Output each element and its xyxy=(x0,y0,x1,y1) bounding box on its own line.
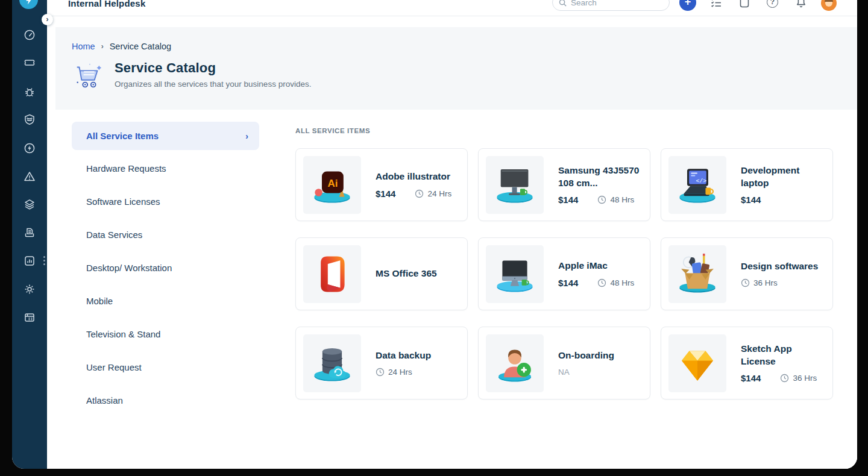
service-card-sketch-app-license[interactable]: Sketch App License $144 36 Hrs xyxy=(661,327,833,399)
analytics-icon[interactable] xyxy=(24,255,36,267)
sidebar-expand-button[interactable]: › xyxy=(42,14,53,25)
item-title: Design softwares xyxy=(741,260,818,272)
clock-icon xyxy=(597,278,606,287)
app-title: Internal Helpdesk xyxy=(68,0,145,8)
tasks-checklist-icon[interactable] xyxy=(710,0,722,8)
service-card-on-boarding[interactable]: On-boarding NA xyxy=(478,327,650,399)
breadcrumb: Home › Service Catalog xyxy=(72,42,171,51)
workspaces-icon[interactable] xyxy=(24,312,36,324)
item-icon-sketch xyxy=(668,334,726,392)
tickets-icon[interactable] xyxy=(24,57,36,69)
service-card-samsung-tv[interactable]: Samsung 43J5570 108 cm... $144 48 Hrs xyxy=(478,148,650,221)
item-title: Sketch App License xyxy=(741,343,825,368)
item-icon-design-box xyxy=(668,245,726,303)
clock-icon xyxy=(415,189,424,198)
category-item-desktop-workstation[interactable]: Desktop/ Workstation xyxy=(72,251,259,284)
item-title: Samsung 43J5570 108 cm... xyxy=(558,164,643,189)
item-icon-development-laptop: </> xyxy=(668,156,726,214)
item-title: On-boarding xyxy=(558,349,614,362)
service-card-design-softwares[interactable]: Design softwares 36 Hrs xyxy=(661,237,833,310)
service-card-data-backup[interactable]: Data backup 24 Hrs xyxy=(295,327,468,399)
problems-bug-icon[interactable] xyxy=(24,86,36,98)
more-options-kebab-icon[interactable] xyxy=(43,256,45,267)
item-icon-data-backup xyxy=(303,334,361,392)
item-price: $144 xyxy=(558,195,578,205)
help-icon[interactable]: ? xyxy=(767,0,779,8)
clock-icon xyxy=(597,195,606,204)
item-title: Data backup xyxy=(376,349,431,362)
item-hours: 48 Hrs xyxy=(610,278,634,287)
service-card-ms-office-365[interactable]: MS Office 365 xyxy=(295,237,468,310)
item-price: $144 xyxy=(741,195,761,205)
category-item-all-service-items[interactable]: All Service Items › xyxy=(72,122,259,150)
freshservice-logo-icon[interactable] xyxy=(19,0,38,9)
item-icon-onboarding xyxy=(486,334,544,392)
item-icon-apple-imac xyxy=(486,245,544,303)
main-area: Internal Helpdesk + ? xyxy=(47,0,857,469)
item-hours: 36 Hrs xyxy=(753,278,778,287)
search-icon xyxy=(559,0,567,7)
category-item-hardware-requests[interactable]: Hardware Requests xyxy=(72,152,259,185)
category-item-software-licenses[interactable]: Software Licenses xyxy=(72,185,259,218)
category-menu: All Service Items › Hardware Requests So… xyxy=(72,122,259,417)
chevron-right-icon: › xyxy=(101,42,104,51)
item-hours: 24 Hrs xyxy=(427,189,451,198)
clock-icon xyxy=(376,368,385,377)
item-title: MS Office 365 xyxy=(376,268,437,280)
page-header-band: Home › Service Catalog Service Catalog xyxy=(55,27,857,110)
service-catalog-cart-icon xyxy=(72,60,105,93)
item-availability: NA xyxy=(558,368,614,377)
item-price: $144 xyxy=(376,189,395,199)
item-icon-adobe-illustrator: Ai xyxy=(303,156,361,214)
category-item-television-stand[interactable]: Television & Stand xyxy=(72,318,259,351)
clock-icon xyxy=(741,278,750,287)
topbar: Internal Helpdesk + ? xyxy=(47,0,857,16)
new-item-plus-button[interactable]: + xyxy=(679,0,696,11)
item-price: $144 xyxy=(558,278,578,288)
item-title: Apple iMac xyxy=(558,260,634,272)
item-icon-ms-office xyxy=(303,245,361,303)
page-title: Service Catalog xyxy=(115,60,311,76)
service-card-development-laptop[interactable]: </> Development laptop $144 xyxy=(661,148,833,221)
app-window: › Internal Helpdesk + xyxy=(12,0,857,469)
chevron-right-icon: › xyxy=(245,131,248,141)
alerts-warning-icon[interactable] xyxy=(24,171,36,183)
service-card-adobe-illustrator[interactable]: Ai Adobe illustrator $144 24 Hrs xyxy=(295,148,468,221)
bell-icon[interactable] xyxy=(795,0,807,8)
section-title: ALL SERVICE ITEMS xyxy=(295,127,370,134)
svg-text:Ai: Ai xyxy=(327,177,338,189)
breadcrumb-home-link[interactable]: Home xyxy=(72,42,95,51)
solutions-document-icon[interactable] xyxy=(24,227,36,239)
sidebar xyxy=(12,0,47,469)
dashboard-icon[interactable] xyxy=(24,29,36,41)
user-avatar[interactable] xyxy=(821,0,837,11)
item-icon-samsung-tv xyxy=(486,156,544,214)
category-item-data-services[interactable]: Data Services xyxy=(72,218,259,251)
admin-gear-icon[interactable] xyxy=(24,283,36,295)
service-card-apple-imac[interactable]: Apple iMac $144 48 Hrs xyxy=(478,237,650,310)
item-title: Development laptop xyxy=(741,164,825,189)
search-input[interactable] xyxy=(571,0,655,7)
releases-bolt-icon[interactable] xyxy=(24,142,36,154)
page-subtitle: Organizes all the services that your bus… xyxy=(115,80,311,89)
assets-layers-icon[interactable] xyxy=(24,198,36,210)
item-hours: 48 Hrs xyxy=(610,195,634,204)
category-item-atlassian[interactable]: Atlassian xyxy=(72,384,259,417)
item-hours: 36 Hrs xyxy=(793,374,817,383)
category-item-user-request[interactable]: User Request xyxy=(72,351,259,384)
content: Home › Service Catalog Service Catalog xyxy=(47,17,857,469)
changes-shield-icon[interactable] xyxy=(24,113,36,125)
category-selected-label: All Service Items xyxy=(86,131,159,141)
service-items-grid: Ai Adobe illustrator $144 24 Hrs xyxy=(295,148,833,399)
global-search[interactable] xyxy=(552,0,670,11)
item-price: $144 xyxy=(741,373,761,383)
item-title: Adobe illustrator xyxy=(376,171,451,183)
category-item-mobile[interactable]: Mobile xyxy=(72,284,259,318)
item-hours: 24 Hrs xyxy=(388,368,412,377)
window-icon[interactable] xyxy=(738,0,750,8)
svg-text:</>: </> xyxy=(696,177,706,184)
clock-icon xyxy=(780,374,789,383)
breadcrumb-current: Service Catalog xyxy=(110,42,171,51)
